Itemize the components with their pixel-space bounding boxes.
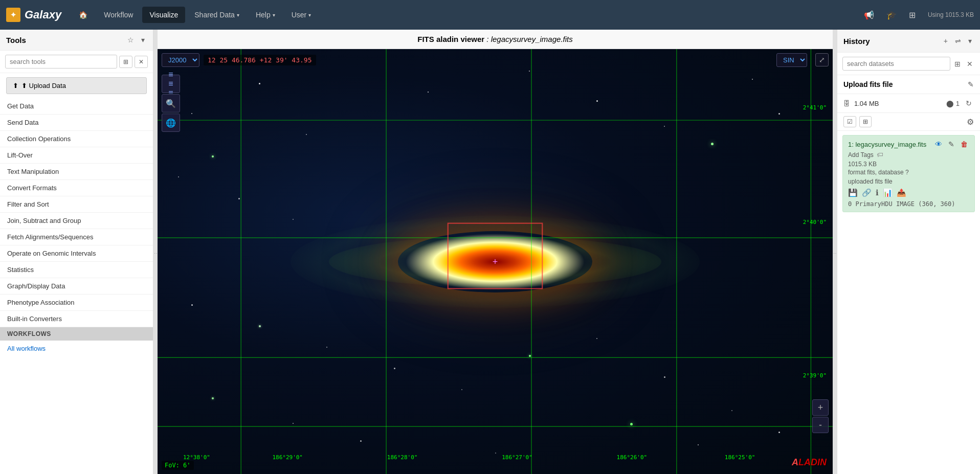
columns-icon[interactable]: ⊞ xyxy=(859,116,872,127)
ra-label-2: 186°29'0" xyxy=(272,454,303,461)
dataset-share-button[interactable]: 📤 xyxy=(897,188,906,197)
dataset-edit-button[interactable]: ✎ xyxy=(947,140,956,149)
circle-icon: ⬤ xyxy=(946,100,954,107)
chevron-down-icon: ▾ xyxy=(273,12,275,18)
search-sky-button[interactable]: 🔍 xyxy=(162,94,180,112)
dataset-info-button[interactable]: 💾 xyxy=(848,188,858,197)
left-resize-handle[interactable]: ‥ xyxy=(153,30,158,474)
ra-label-4: 186°27'0" xyxy=(502,454,532,461)
star-icon[interactable]: ☆ xyxy=(125,35,136,45)
galaxy-background: + 2°41'0" 2°40'0" 2°39'0" 12°38'0" 186°2… xyxy=(158,49,833,474)
history-name-edit-button[interactable]: ✎ xyxy=(968,80,974,88)
search-tools-input[interactable] xyxy=(5,55,117,69)
tool-lift-over[interactable]: Lift-Over xyxy=(0,147,153,164)
navbar-right: 📢 🎓 ⊞ Using 1015.3 KB xyxy=(860,8,974,22)
caret-down-icon[interactable]: ▾ xyxy=(139,35,147,45)
upload-data-button[interactable]: ⬆ ⬆ Upload Data xyxy=(6,77,147,94)
tool-text-manipulation[interactable]: Text Manipulation xyxy=(0,164,153,180)
zoom-in-button[interactable]: + xyxy=(812,399,829,416)
search-bar: ⊞ ✕ xyxy=(0,51,153,73)
add-history-button[interactable]: + xyxy=(942,36,950,46)
nav-visualize[interactable]: Visualize xyxy=(142,7,185,23)
tool-phenotype[interactable]: Phenotype Association xyxy=(0,295,153,311)
fits-viewer-container[interactable]: + 2°41'0" 2°40'0" 2°39'0" 12°38'0" 186°2… xyxy=(158,49,833,474)
add-tags-label: Add Tags xyxy=(848,151,874,159)
center-panel: FITS aladin viewer : legacysurvey_image.… xyxy=(158,30,833,474)
dataset-header: 1: legacysurvey_image.fits 👁 ✎ 🗑 xyxy=(848,140,969,149)
tag-icon: 🏷 xyxy=(877,151,883,159)
switch-history-button[interactable]: ⇌ xyxy=(953,36,963,46)
dataset-view-button[interactable]: 👁 xyxy=(933,140,944,149)
dataset-link-button[interactable]: 🔗 xyxy=(862,188,872,197)
tool-collection-operations[interactable]: Collection Operations xyxy=(0,131,153,147)
galaxy-core xyxy=(398,231,592,292)
graduation-cap-icon[interactable]: 🎓 xyxy=(882,8,901,22)
tool-get-data[interactable]: Get Data xyxy=(0,98,153,115)
ra-label-1: 12°38'0" xyxy=(183,454,210,461)
search-datasets-bar: ⊞ ✕ xyxy=(837,53,980,75)
viewer-title: FITS aladin viewer : legacysurvey_image.… xyxy=(158,30,833,49)
fov-label: FoV: 6' xyxy=(162,461,194,470)
right-resize-handle[interactable]: ‥ xyxy=(833,30,837,474)
zoom-out-button[interactable]: - xyxy=(812,417,829,433)
nav-user[interactable]: User ▾ xyxy=(284,7,319,23)
search-datasets-close-icon[interactable]: ✕ xyxy=(965,59,975,69)
tools-title: Tools xyxy=(6,36,125,44)
search-tools-icon[interactable]: ⊞ xyxy=(119,56,132,68)
dataset-size: 1015.3 KB xyxy=(848,161,969,168)
megaphone-icon[interactable]: 📢 xyxy=(860,8,878,22)
nav-shared-data[interactable]: Shared Data ▾ xyxy=(187,7,247,23)
dataset-delete-button[interactable]: 🗑 xyxy=(959,140,969,149)
navbar: ✦ Galaxy 🏠 Workflow Visualize Shared Dat… xyxy=(0,0,980,30)
tool-filter-and-sort[interactable]: Filter and Sort xyxy=(0,196,153,213)
ra-label-3: 186°28'0" xyxy=(387,454,418,461)
dataset-chart-button[interactable]: 📊 xyxy=(883,188,893,197)
tool-convert-formats[interactable]: Convert Formats xyxy=(0,180,153,196)
coord-system-select[interactable]: J2000 xyxy=(162,53,199,67)
nav-help[interactable]: Help ▾ xyxy=(249,7,282,23)
history-stats: 🗄 1.04 MB ⬤ 1 ↻ xyxy=(837,94,980,113)
nav-home[interactable]: 🏠 xyxy=(72,7,95,23)
workflows-section-header: WORKFLOWS xyxy=(0,327,153,341)
dataset-format: format fits, database ? xyxy=(848,169,969,176)
tool-statistics[interactable]: Statistics xyxy=(0,262,153,278)
refresh-history-button[interactable]: ↻ xyxy=(964,98,974,108)
zoom-controls: + - xyxy=(812,399,829,433)
ra-label-5: 186°26'0" xyxy=(617,454,648,461)
dataset-details-button[interactable]: ℹ xyxy=(876,188,879,197)
search-datasets-expand-icon[interactable]: ⊞ xyxy=(952,59,963,69)
tool-fetch-alignments[interactable]: Fetch Alignments/Sequences xyxy=(0,229,153,245)
checkbox-icon[interactable]: ☑ xyxy=(843,116,856,127)
history-header-icons: + ⇌ ▾ xyxy=(942,36,974,46)
tool-join-subtract-group[interactable]: Join, Subtract and Group xyxy=(0,213,153,229)
grid-icon[interactable]: ⊞ xyxy=(905,8,920,22)
tool-graph-display[interactable]: Graph/Display Data xyxy=(0,278,153,295)
history-settings-button[interactable]: ⚙ xyxy=(967,117,974,127)
projection-select[interactable]: SIN xyxy=(776,53,807,67)
brand[interactable]: ✦ Galaxy xyxy=(6,8,61,22)
settings-button[interactable]: 🌐 xyxy=(162,114,180,132)
search-datasets-input[interactable] xyxy=(842,57,950,71)
main-layout: Tools ☆ ▾ ⊞ ✕ ⬆ ⬆ Upload Data Get Data S… xyxy=(0,30,980,474)
dataset-description: uploaded fits file xyxy=(848,178,969,185)
history-storage: 1.04 MB xyxy=(854,100,879,107)
brand-name: Galaxy xyxy=(25,8,61,21)
history-options-button[interactable]: ▾ xyxy=(966,36,974,46)
chevron-down-icon: ▾ xyxy=(237,12,239,18)
tool-genomic-intervals[interactable]: Operate on Genomic Intervals xyxy=(0,245,153,262)
brand-logo: ✦ xyxy=(6,8,20,22)
dec-label-1: 2°41'0" xyxy=(803,104,827,111)
clear-search-icon[interactable]: ✕ xyxy=(135,56,148,68)
fits-viewer[interactable]: + 2°41'0" 2°40'0" 2°39'0" 12°38'0" 186°2… xyxy=(158,49,833,474)
all-workflows-link[interactable]: All workflows xyxy=(0,341,153,356)
ra-label-6: 186°25'0" xyxy=(725,454,755,461)
aladin-top-bar: J2000 12 25 46.786 +12 39' 43.95 xyxy=(162,53,316,67)
tools-header: Tools ☆ ▾ xyxy=(0,30,153,51)
tool-converters[interactable]: Built-in Converters xyxy=(0,311,153,327)
fullscreen-button[interactable]: ⤢ xyxy=(815,53,829,66)
layers-button[interactable]: ≡≡≡ xyxy=(162,75,180,93)
dataset-tags-row: Add Tags 🏷 xyxy=(848,151,969,159)
tool-send-data[interactable]: Send Data xyxy=(0,115,153,131)
nav-workflow[interactable]: Workflow xyxy=(97,7,140,23)
dec-label-2: 2°40'0" xyxy=(803,219,827,225)
